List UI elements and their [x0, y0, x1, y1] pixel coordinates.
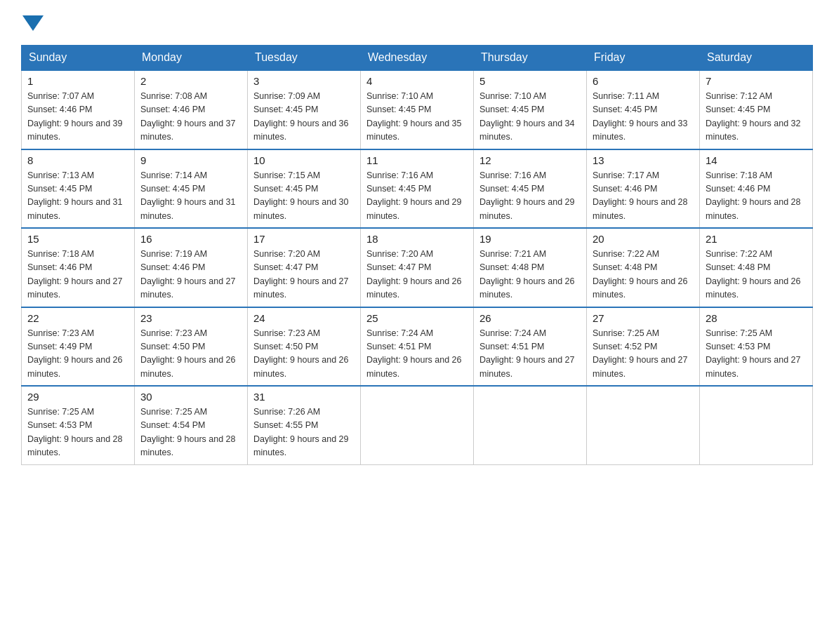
table-row: 13 Sunrise: 7:17 AM Sunset: 4:46 PM Dayl…: [587, 149, 700, 229]
table-row: 17 Sunrise: 7:20 AM Sunset: 4:47 PM Dayl…: [248, 228, 361, 307]
day-number: 8: [27, 154, 128, 166]
day-number: 12: [479, 154, 581, 166]
day-number: 27: [593, 312, 694, 324]
table-row: 25 Sunrise: 7:24 AM Sunset: 4:51 PM Dayl…: [361, 307, 474, 387]
day-info: Sunrise: 7:26 AM Sunset: 4:55 PM Dayligh…: [253, 405, 355, 460]
calendar-week-row: 1 Sunrise: 7:07 AM Sunset: 4:46 PM Dayli…: [22, 70, 813, 149]
day-info: Sunrise: 7:25 AM Sunset: 4:53 PM Dayligh…: [706, 327, 807, 382]
table-row: 2 Sunrise: 7:08 AM Sunset: 4:46 PM Dayli…: [135, 70, 248, 149]
day-number: 20: [593, 233, 694, 245]
day-number: 10: [253, 154, 355, 166]
table-row: [474, 386, 587, 464]
day-number: 14: [706, 154, 807, 166]
col-sunday: Sunday: [22, 46, 135, 71]
day-number: 24: [253, 312, 355, 324]
day-number: 15: [27, 233, 128, 245]
day-info: Sunrise: 7:10 AM Sunset: 4:45 PM Dayligh…: [479, 90, 581, 145]
table-row: 28 Sunrise: 7:25 AM Sunset: 4:53 PM Dayl…: [700, 307, 813, 387]
day-info: Sunrise: 7:08 AM Sunset: 4:46 PM Dayligh…: [140, 90, 241, 145]
day-number: 13: [593, 154, 694, 166]
day-number: 5: [479, 75, 581, 87]
day-number: 30: [140, 391, 241, 403]
day-number: 21: [706, 233, 807, 245]
header: [21, 14, 813, 34]
day-info: Sunrise: 7:25 AM Sunset: 4:52 PM Dayligh…: [593, 327, 694, 382]
table-row: 22 Sunrise: 7:23 AM Sunset: 4:49 PM Dayl…: [22, 307, 135, 387]
table-row: 8 Sunrise: 7:13 AM Sunset: 4:45 PM Dayli…: [22, 149, 135, 229]
table-row: 18 Sunrise: 7:20 AM Sunset: 4:47 PM Dayl…: [361, 228, 474, 307]
table-row: 6 Sunrise: 7:11 AM Sunset: 4:45 PM Dayli…: [587, 70, 700, 149]
day-number: 2: [140, 75, 241, 87]
table-row: 16 Sunrise: 7:19 AM Sunset: 4:46 PM Dayl…: [135, 228, 248, 307]
day-info: Sunrise: 7:16 AM Sunset: 4:45 PM Dayligh…: [479, 169, 581, 224]
day-info: Sunrise: 7:18 AM Sunset: 4:46 PM Dayligh…: [27, 248, 128, 302]
table-row: 11 Sunrise: 7:16 AM Sunset: 4:45 PM Dayl…: [361, 149, 474, 229]
calendar-header-row: Sunday Monday Tuesday Wednesday Thursday…: [22, 46, 813, 71]
table-row: [700, 386, 813, 464]
table-row: 23 Sunrise: 7:23 AM Sunset: 4:50 PM Dayl…: [135, 307, 248, 387]
table-row: 4 Sunrise: 7:10 AM Sunset: 4:45 PM Dayli…: [361, 70, 474, 149]
day-info: Sunrise: 7:24 AM Sunset: 4:51 PM Dayligh…: [479, 327, 581, 382]
day-info: Sunrise: 7:07 AM Sunset: 4:46 PM Dayligh…: [27, 90, 128, 145]
day-info: Sunrise: 7:23 AM Sunset: 4:50 PM Dayligh…: [140, 327, 241, 382]
table-row: 31 Sunrise: 7:26 AM Sunset: 4:55 PM Dayl…: [248, 386, 361, 464]
table-row: 3 Sunrise: 7:09 AM Sunset: 4:45 PM Dayli…: [248, 70, 361, 149]
day-info: Sunrise: 7:22 AM Sunset: 4:48 PM Dayligh…: [593, 248, 694, 302]
table-row: 27 Sunrise: 7:25 AM Sunset: 4:52 PM Dayl…: [587, 307, 700, 387]
table-row: 24 Sunrise: 7:23 AM Sunset: 4:50 PM Dayl…: [248, 307, 361, 387]
day-number: 17: [253, 233, 355, 245]
day-number: 3: [253, 75, 355, 87]
col-tuesday: Tuesday: [248, 46, 361, 71]
day-number: 23: [140, 312, 241, 324]
day-number: 6: [593, 75, 694, 87]
table-row: 14 Sunrise: 7:18 AM Sunset: 4:46 PM Dayl…: [700, 149, 813, 229]
day-info: Sunrise: 7:17 AM Sunset: 4:46 PM Dayligh…: [593, 169, 694, 224]
table-row: 26 Sunrise: 7:24 AM Sunset: 4:51 PM Dayl…: [474, 307, 587, 387]
day-number: 28: [706, 312, 807, 324]
day-info: Sunrise: 7:18 AM Sunset: 4:46 PM Dayligh…: [706, 169, 807, 224]
day-info: Sunrise: 7:23 AM Sunset: 4:49 PM Dayligh…: [27, 327, 128, 382]
day-info: Sunrise: 7:20 AM Sunset: 4:47 PM Dayligh…: [366, 248, 468, 302]
table-row: 19 Sunrise: 7:21 AM Sunset: 4:48 PM Dayl…: [474, 228, 587, 307]
table-row: 20 Sunrise: 7:22 AM Sunset: 4:48 PM Dayl…: [587, 228, 700, 307]
day-info: Sunrise: 7:10 AM Sunset: 4:45 PM Dayligh…: [366, 90, 468, 145]
calendar-week-row: 22 Sunrise: 7:23 AM Sunset: 4:49 PM Dayl…: [22, 307, 813, 387]
day-number: 26: [479, 312, 581, 324]
day-number: 1: [27, 75, 128, 87]
day-info: Sunrise: 7:19 AM Sunset: 4:46 PM Dayligh…: [140, 248, 241, 302]
calendar-week-row: 29 Sunrise: 7:25 AM Sunset: 4:53 PM Dayl…: [22, 386, 813, 464]
col-friday: Friday: [587, 46, 700, 71]
day-number: 19: [479, 233, 581, 245]
day-number: 29: [27, 391, 128, 403]
day-info: Sunrise: 7:09 AM Sunset: 4:45 PM Dayligh…: [253, 90, 355, 145]
table-row: 29 Sunrise: 7:25 AM Sunset: 4:53 PM Dayl…: [22, 386, 135, 464]
day-number: 9: [140, 154, 241, 166]
day-info: Sunrise: 7:15 AM Sunset: 4:45 PM Dayligh…: [253, 169, 355, 224]
table-row: 1 Sunrise: 7:07 AM Sunset: 4:46 PM Dayli…: [22, 70, 135, 149]
day-info: Sunrise: 7:24 AM Sunset: 4:51 PM Dayligh…: [366, 327, 468, 382]
table-row: 9 Sunrise: 7:14 AM Sunset: 4:45 PM Dayli…: [135, 149, 248, 229]
day-info: Sunrise: 7:16 AM Sunset: 4:45 PM Dayligh…: [366, 169, 468, 224]
calendar-table: Sunday Monday Tuesday Wednesday Thursday…: [21, 45, 813, 465]
day-info: Sunrise: 7:23 AM Sunset: 4:50 PM Dayligh…: [253, 327, 355, 382]
table-row: [587, 386, 700, 464]
col-thursday: Thursday: [474, 46, 587, 71]
table-row: 10 Sunrise: 7:15 AM Sunset: 4:45 PM Dayl…: [248, 149, 361, 229]
col-monday: Monday: [135, 46, 248, 71]
day-number: 25: [366, 312, 468, 324]
day-number: 22: [27, 312, 128, 324]
table-row: 21 Sunrise: 7:22 AM Sunset: 4:48 PM Dayl…: [700, 228, 813, 307]
svg-marker-0: [22, 15, 44, 31]
day-info: Sunrise: 7:12 AM Sunset: 4:45 PM Dayligh…: [706, 90, 807, 145]
table-row: 30 Sunrise: 7:25 AM Sunset: 4:54 PM Dayl…: [135, 386, 248, 464]
logo-triangle-icon: [22, 15, 44, 38]
table-row: 12 Sunrise: 7:16 AM Sunset: 4:45 PM Dayl…: [474, 149, 587, 229]
table-row: 5 Sunrise: 7:10 AM Sunset: 4:45 PM Dayli…: [474, 70, 587, 149]
calendar-week-row: 15 Sunrise: 7:18 AM Sunset: 4:46 PM Dayl…: [22, 228, 813, 307]
day-info: Sunrise: 7:22 AM Sunset: 4:48 PM Dayligh…: [706, 248, 807, 302]
day-info: Sunrise: 7:11 AM Sunset: 4:45 PM Dayligh…: [593, 90, 694, 145]
day-number: 7: [706, 75, 807, 87]
day-info: Sunrise: 7:20 AM Sunset: 4:47 PM Dayligh…: [253, 248, 355, 302]
col-saturday: Saturday: [700, 46, 813, 71]
day-info: Sunrise: 7:14 AM Sunset: 4:45 PM Dayligh…: [140, 169, 241, 224]
